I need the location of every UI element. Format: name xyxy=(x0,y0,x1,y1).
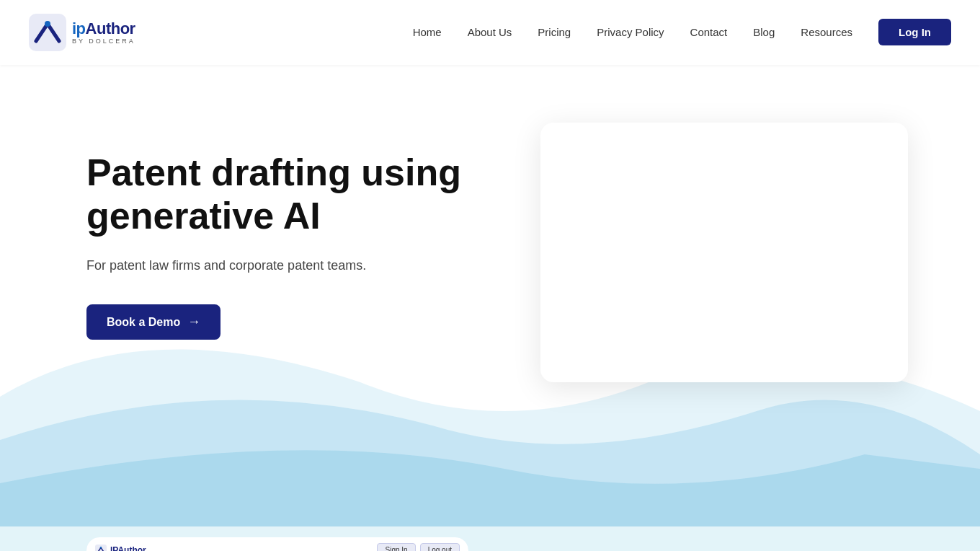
svg-point-3 xyxy=(100,547,102,548)
hero-title: Patent drafting using generative AI xyxy=(86,151,490,238)
svg-rect-0 xyxy=(29,14,66,51)
hero-subtitle: For patent law firms and corporate paten… xyxy=(86,255,490,276)
nav-link-contact[interactable]: Contact xyxy=(690,26,728,38)
bottom-logo-icon xyxy=(95,545,107,552)
svg-point-1 xyxy=(45,21,50,27)
bottom-logo-text: IPAuthor xyxy=(110,545,146,552)
navbar: ipAuthor BY DOLCERA Home About Us Pricin… xyxy=(0,0,980,65)
sidebar-item-blog[interactable]: Blog xyxy=(753,26,775,39)
signin-button[interactable]: Sign In xyxy=(377,543,415,551)
bottom-app-card: IPAuthor Sign In Log out xyxy=(86,537,468,551)
sidebar-item-contact[interactable]: Contact xyxy=(690,26,728,39)
nav-link-resources[interactable]: Resources xyxy=(801,26,852,38)
sidebar-item-resources[interactable]: Resources xyxy=(801,26,852,39)
login-button[interactable]: Log In xyxy=(878,19,951,45)
bottom-card-logo: IPAuthor xyxy=(95,545,146,552)
sidebar-item-about[interactable]: About Us xyxy=(468,26,512,39)
logo-text: ipAuthor BY DOLCERA xyxy=(72,21,135,45)
logo[interactable]: ipAuthor BY DOLCERA xyxy=(29,14,135,51)
arrow-icon: → xyxy=(187,314,200,330)
book-demo-button[interactable]: Book a Demo → xyxy=(86,304,220,340)
logout-button[interactable]: Log out xyxy=(420,543,460,551)
nav-link-privacy[interactable]: Privacy Policy xyxy=(597,26,664,38)
sidebar-item-home[interactable]: Home xyxy=(413,26,442,39)
hero-section: Patent drafting using generative AI For … xyxy=(0,65,980,526)
nav-link-about[interactable]: About Us xyxy=(468,26,512,38)
book-demo-label: Book a Demo xyxy=(107,316,180,329)
nav-links: Home About Us Pricing Privacy Policy Con… xyxy=(413,26,951,39)
bottom-section: IPAuthor Sign In Log out xyxy=(0,526,980,551)
nav-link-pricing[interactable]: Pricing xyxy=(538,26,571,38)
hero-content: Patent drafting using generative AI For … xyxy=(0,65,980,526)
sidebar-item-privacy[interactable]: Privacy Policy xyxy=(597,26,664,39)
nav-link-blog[interactable]: Blog xyxy=(753,26,775,38)
logo-icon xyxy=(29,14,66,51)
bottom-card-buttons: Sign In Log out xyxy=(377,543,460,551)
login-item[interactable]: Log In xyxy=(878,26,951,39)
nav-link-home[interactable]: Home xyxy=(413,26,442,38)
bottom-card-header: IPAuthor Sign In Log out xyxy=(86,537,468,551)
hero-card xyxy=(540,123,908,382)
sidebar-item-pricing[interactable]: Pricing xyxy=(538,26,571,39)
logo-main-text: ipAuthor xyxy=(72,21,135,37)
logo-sub-text: BY DOLCERA xyxy=(72,38,135,45)
hero-left: Patent drafting using generative AI For … xyxy=(86,108,490,340)
